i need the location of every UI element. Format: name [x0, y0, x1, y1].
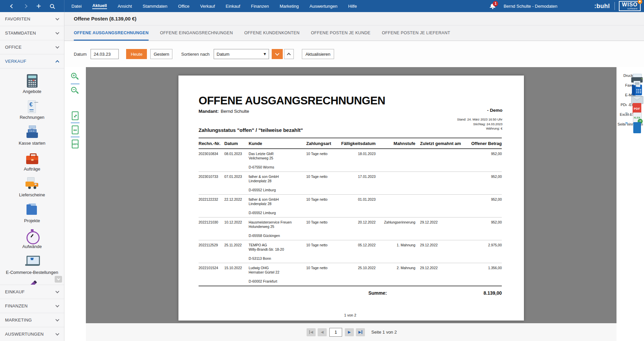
action-button[interactable]: Seite einrichten: [616, 122, 644, 126]
menu-item[interactable]: Aktuell: [92, 0, 107, 12]
sidebar-item[interactable]: Angebote: [0, 73, 64, 99]
sidebar-item[interactable]: Lieferscheine: [0, 177, 64, 202]
user-label: Bernd Schulte - Demodaten: [503, 4, 557, 9]
menu-item[interactable]: Einkauf: [225, 0, 240, 12]
chevron-icon: [55, 31, 59, 34]
report-subtitle: Zahlungsstatus "offen" / "teilweise beza…: [199, 127, 502, 133]
table-row: 2023010834 08.01.2023 Das Letzte GbR Vei…: [199, 149, 502, 172]
datum-input[interactable]: [91, 49, 119, 59]
forward-icon[interactable]: [22, 3, 29, 9]
menu-item[interactable]: Marketing: [279, 0, 299, 12]
sidebar-item-icon: [25, 151, 39, 165]
report-table: Rechn.-Nr. Datum Kunde Zahlungsart Fälli…: [199, 138, 502, 286]
report-mandant: Mandant:Bernd Schulte: [199, 109, 502, 114]
sidebar-section[interactable]: FINANZEN: [0, 299, 64, 313]
sidebar-scroll-down-button[interactable]: [55, 276, 62, 283]
sidebar-section[interactable]: VERKAUF: [0, 54, 64, 68]
zoom-out-icon[interactable]: [70, 86, 80, 96]
sidebar-section[interactable]: FAVORITEN: [0, 12, 64, 26]
sidebar-item-icon: [25, 126, 39, 140]
last-page-button[interactable]: ▶: [356, 328, 365, 336]
menu-item[interactable]: Hilfe: [348, 0, 357, 12]
fit-page-icon[interactable]: ↔: [70, 111, 80, 121]
sidebar-item-icon: [25, 255, 39, 269]
sidebar-section[interactable]: MARKETING: [0, 313, 64, 327]
sidebar-section[interactable]: EINKAUF: [0, 285, 64, 299]
menu-item[interactable]: Office: [178, 0, 190, 12]
heute-button[interactable]: Heute: [126, 49, 147, 59]
buhl-logo: :buhl: [594, 3, 610, 10]
brand-divider: [614, 2, 615, 10]
menu-item[interactable]: Ansicht: [117, 0, 132, 12]
action-button[interactable]: PDF PDF-Export: [616, 103, 644, 107]
notification-badge: 1: [493, 1, 498, 6]
menu-item[interactable]: Finanzen: [251, 0, 269, 12]
aktualisieren-button[interactable]: Aktualisieren: [302, 49, 334, 59]
app-window: + Datei Aktuell Ansicht Stammdaten Offic…: [0, 0, 644, 341]
table-row: 2022121030 10.12.2022 Hausmeisterservice…: [199, 217, 502, 240]
caret-down-icon: ▼: [264, 52, 266, 56]
tab[interactable]: OFFENE EINGANGSRECHNUNGEN: [160, 26, 233, 41]
tab[interactable]: OFFENE AUSGANGSRECHNUNGEN: [74, 26, 149, 41]
sidebar-item[interactable]: E-Commerce-Bestellungen: [0, 254, 64, 280]
search-icon[interactable]: [49, 3, 55, 9]
report-demo-label: - Demo: [457, 108, 502, 113]
fit-width-icon[interactable]: ↔: [70, 125, 80, 135]
wiso-logo: WISO software: [619, 1, 641, 11]
col-header: Mahnstufe: [379, 138, 415, 149]
table-row: 2022122232 22.12.2022 father & son GmbH …: [199, 195, 502, 217]
notifications-button[interactable]: 1: [490, 3, 495, 9]
menu-item[interactable]: Verkauf: [200, 0, 215, 12]
menu-item[interactable]: Datei: [71, 0, 82, 12]
sort-select[interactable]: Datum ▼: [214, 49, 269, 59]
sidebar: FAVORITEN STAMMDATEN OFFICE VERKAUF: [0, 12, 64, 341]
chevron-icon: [55, 45, 59, 48]
tab[interactable]: OFFENE POSTEN JE KUNDE: [311, 26, 370, 41]
next-page-button[interactable]: ▶: [345, 328, 354, 336]
sort-ascending-button[interactable]: [284, 49, 294, 59]
sidebar-section[interactable]: OFFICE: [0, 40, 64, 54]
zoom-100-icon[interactable]: 100%: [70, 139, 80, 149]
page-status-label: Seite 1 von 2: [371, 330, 397, 335]
summe-value: 8.139,00: [484, 290, 502, 296]
tab[interactable]: OFFENE POSTEN JE LIEFERANT: [382, 26, 450, 41]
report-stand: Stand: 24. März 2023 16:50 Uhr: [457, 117, 502, 122]
document-actions: Drucken Faxen E-Mail: [616, 67, 644, 341]
sortieren-label: Sortieren nach: [181, 52, 210, 57]
tab[interactable]: OFFENE KUNDENKONTEN: [244, 26, 300, 41]
first-page-button[interactable]: ◀: [307, 328, 316, 336]
document-canvas: OFFENE AUSGANGSRECHNUNGEN Mandant:Bernd …: [86, 67, 616, 323]
sidebar-item[interactable]: Aufwände: [0, 228, 64, 254]
add-icon[interactable]: +: [35, 3, 42, 9]
menu-item[interactable]: Stammdaten: [142, 0, 168, 12]
action-button[interactable]: XLSX Excel-Export: [616, 112, 644, 116]
top-bar: + Datei Aktuell Ansicht Stammdaten Offic…: [0, 0, 644, 12]
sidebar-section[interactable]: STAMMDATEN: [0, 26, 64, 40]
chevron-icon: [55, 289, 59, 293]
sidebar-item[interactable]: Projekte: [0, 202, 64, 228]
sidebar-item[interactable]: Kasse starten: [0, 125, 64, 151]
col-header: Rechn.-Nr.: [199, 138, 224, 149]
table-header-row: Rechn.-Nr. Datum Kunde Zahlungsart Fälli…: [199, 138, 502, 149]
table-row: 2022112529 25.11.2022 TEMPO AG Willy-Bra…: [199, 240, 502, 263]
zoom-in-icon[interactable]: [70, 72, 80, 82]
gestern-button[interactable]: Gestern: [150, 49, 172, 59]
table-row: 2023010733 07.01.2023 father & son GmbH …: [199, 172, 502, 195]
page-title: Offene Posten (8.139,00 €): [74, 16, 137, 21]
action-button[interactable]: Drucken: [616, 74, 644, 78]
sidebar-item[interactable]: Aufträge: [0, 151, 64, 177]
col-header: Datum: [224, 138, 249, 149]
divider: [71, 84, 79, 84]
chevron-icon: [55, 318, 59, 321]
previous-page-button[interactable]: ◀: [318, 328, 327, 336]
menu-item[interactable]: Auswertungen: [309, 0, 338, 12]
sidebar-section[interactable]: AUSWERTUNGEN: [0, 327, 64, 341]
page-number-input[interactable]: [329, 328, 342, 337]
datum-label: Datum: [74, 52, 87, 57]
sort-descending-button[interactable]: [272, 49, 283, 59]
sidebar-item[interactable]: Rechnungen: [0, 99, 64, 125]
report-meta: - Demo Stand: 24. März 2023 16:50 Uhr St…: [457, 108, 502, 131]
back-icon[interactable]: [9, 3, 15, 9]
title-strip: Offene Posten (8.139,00 €): [64, 12, 644, 26]
sidebar-item-icon: [25, 203, 39, 217]
